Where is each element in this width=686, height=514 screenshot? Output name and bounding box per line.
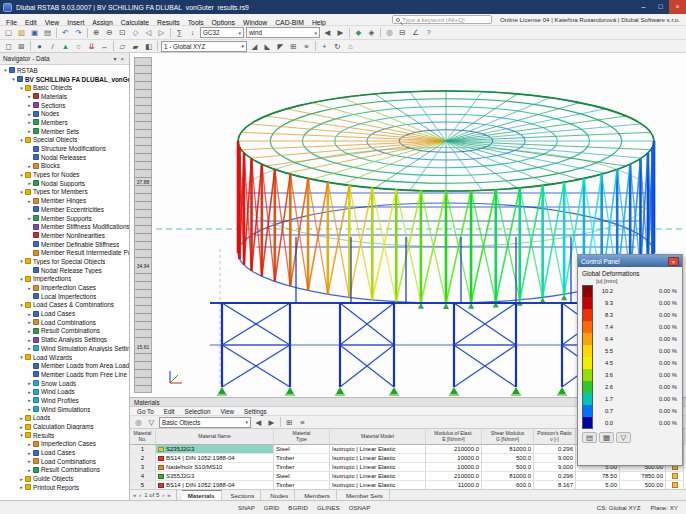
pan-view-icon[interactable]: + <box>318 41 331 52</box>
tree-expander-icon[interactable]: ▸ <box>26 285 33 291</box>
tree-item-member-hinges[interactable]: ▸Member Hinges <box>0 196 129 205</box>
zoom-out-icon[interactable]: ⊖ <box>103 27 116 38</box>
navigator-pin-icon[interactable]: ▾ <box>111 55 118 62</box>
tree-item-types-for-nodes[interactable]: ▾Types for Nodes <box>0 170 129 179</box>
tree-expander-icon[interactable]: ▾ <box>18 432 25 438</box>
tree-expander-icon[interactable]: ▸ <box>26 93 33 99</box>
panel-color-scale-tab-icon[interactable]: ▤ <box>582 432 597 443</box>
tree-item-wind-simulation-analysis-settings[interactable]: ▸Wind Simulation Analysis Settings <box>0 344 129 353</box>
previous-load-case-icon[interactable]: ◀ <box>321 27 334 38</box>
solid-display-icon[interactable]: ▰ <box>129 41 142 52</box>
tree-item-load-combinations[interactable]: ▸Load Combinations <box>0 457 129 466</box>
status-toggle-bgrid[interactable]: BGRID <box>288 504 308 511</box>
tree-item-imperfections[interactable]: ▾Imperfections <box>0 275 129 284</box>
tree-item-nodal-release-types[interactable]: Nodal Release Types <box>0 266 129 275</box>
save-icon[interactable]: ▣ <box>28 27 41 38</box>
load-case-combo[interactable]: GC32▾ <box>200 27 244 38</box>
tree-expander-icon[interactable]: ▸ <box>26 380 33 386</box>
rendering-icon[interactable]: ◧ <box>142 41 155 52</box>
new-member-icon[interactable]: / <box>46 41 59 52</box>
table-menu-edit[interactable]: Edit <box>159 408 180 415</box>
tree-expander-icon[interactable]: ▸ <box>26 128 33 134</box>
tree-item-load-cases-combinations[interactable]: ▾Load Cases & Combinations <box>0 301 129 310</box>
show-results-icon[interactable]: ◆ <box>352 27 365 38</box>
tree-item-member-nonlinearities[interactable]: Member Nonlinearities <box>0 231 129 240</box>
menu-results[interactable]: Results <box>153 19 184 26</box>
tree-item-nodal-supports[interactable]: ▸Nodal Supports <box>0 179 129 188</box>
tree-item-rstab[interactable]: ▾RSTAB <box>0 66 129 75</box>
visibilities-icon[interactable]: ◎ <box>383 27 396 38</box>
menu-view[interactable]: View <box>41 19 64 26</box>
tree-item-materials[interactable]: ▸Materials <box>0 92 129 101</box>
status-toggle-grid[interactable]: GRID <box>264 504 279 511</box>
previous-page-button[interactable]: ‹ <box>139 492 141 498</box>
tree-expander-icon[interactable]: ▾ <box>2 67 9 73</box>
undo-icon[interactable]: ↶ <box>59 27 72 38</box>
member-hinge-icon[interactable]: ○ <box>72 41 85 52</box>
next-load-case-icon[interactable]: ▶ <box>334 27 347 38</box>
dimension-icon[interactable]: ↔ <box>98 41 111 52</box>
close-button[interactable]: × <box>669 0 686 14</box>
print-icon[interactable]: ▤ <box>41 27 54 38</box>
status-toggle-snap[interactable]: SNAP <box>238 504 255 511</box>
tree-item-nodal-releases[interactable]: Nodal Releases <box>0 153 129 162</box>
plane-xy-icon[interactable]: ◢ <box>248 41 261 52</box>
minimize-button[interactable]: – <box>635 0 652 14</box>
tree-item-imperfection-cases[interactable]: ▸Imperfection Cases <box>0 440 129 449</box>
tree-item-types-for-special-objects[interactable]: ▾Types for Special Objects <box>0 257 129 266</box>
control-panel-titlebar[interactable]: Control Panel × <box>578 255 682 267</box>
menu-calculate[interactable]: Calculate <box>117 19 153 26</box>
tree-item-member-result-intermediate-points[interactable]: Member Result Intermediate Points <box>0 248 129 257</box>
zoom-in-icon[interactable]: ⊕ <box>90 27 103 38</box>
status-toggle-osnap[interactable]: OSNAP <box>349 504 371 511</box>
tree-expander-icon[interactable]: ▾ <box>18 354 25 360</box>
table-menu-settings[interactable]: Settings <box>239 408 272 415</box>
tree-expander-icon[interactable]: ▸ <box>18 484 25 490</box>
tree-expander-icon[interactable]: ▾ <box>18 258 25 264</box>
menu-file[interactable]: File <box>2 19 21 26</box>
option-checkbox[interactable] <box>672 473 678 479</box>
tree-item-member-loads-from-area-load[interactable]: Member Loads from Area Load <box>0 361 129 370</box>
table-menu-selection[interactable]: Selection <box>180 408 216 415</box>
tree-item-wind-loads[interactable]: ▸Wind Loads <box>0 387 129 396</box>
tree-item-sections[interactable]: ▸Sections <box>0 101 129 110</box>
result-values-icon[interactable]: ◈ <box>365 27 378 38</box>
tree-item-guide-objects[interactable]: ▸Guide Objects <box>0 474 129 483</box>
table-next-icon[interactable]: ▶ <box>265 417 278 428</box>
tree-expander-icon[interactable]: ▸ <box>26 345 33 351</box>
tree-item-load-cases[interactable]: ▸Load Cases <box>0 309 129 318</box>
help-icon[interactable]: ? <box>422 27 435 38</box>
tree-item-member-eccentricities[interactable]: Member Eccentricities <box>0 205 129 214</box>
tree-expander-icon[interactable]: ▾ <box>18 302 25 308</box>
tree-item-load-wizards[interactable]: ▾Load Wizards <box>0 353 129 362</box>
tree-item-load-cases[interactable]: ▸Load Cases <box>0 448 129 457</box>
navigator-close-icon[interactable]: × <box>118 56 126 62</box>
table-tab-sections[interactable]: Sections <box>225 490 262 501</box>
option-checkbox[interactable] <box>672 482 678 488</box>
tree-expander-icon[interactable]: ▸ <box>26 450 33 456</box>
tree-expander-icon[interactable]: ▸ <box>26 337 33 343</box>
tree-expander-icon[interactable]: ▾ <box>10 76 17 82</box>
control-panel-close-button[interactable]: × <box>668 257 679 266</box>
rotate-view-icon[interactable]: ↻ <box>331 41 344 52</box>
tree-expander-icon[interactable]: ▾ <box>18 276 25 282</box>
tree-expander-icon[interactable]: ▸ <box>26 328 33 334</box>
measure-icon[interactable]: ∠ <box>409 27 422 38</box>
tree-item-member-definable-stiffness[interactable]: Member Definable Stiffness <box>0 240 129 249</box>
calculate-icon[interactable]: ∑ <box>173 27 186 38</box>
table-category-combo[interactable]: Basic Objects▾ <box>159 417 251 428</box>
menu-insert[interactable]: Insert <box>63 19 88 26</box>
tree-item-printout-reports[interactable]: ▸Printout Reports <box>0 483 129 492</box>
next-view-icon[interactable]: ▷ <box>155 27 168 38</box>
zoom-window-icon[interactable]: ⊡ <box>116 27 129 38</box>
table-export-icon[interactable]: ⊞ <box>283 417 296 428</box>
table-menu-go-to[interactable]: Go To <box>132 408 159 415</box>
tree-expander-icon[interactable]: ▸ <box>26 215 33 221</box>
wireframe-display-icon[interactable]: ▱ <box>116 41 129 52</box>
select-pointer-icon[interactable]: ◻ <box>2 41 15 52</box>
tree-item-member-supports[interactable]: ▸Member Supports <box>0 214 129 223</box>
tree-item-nodes[interactable]: ▸Nodes <box>0 109 129 118</box>
tree-item-loads[interactable]: ▸Loads <box>0 414 129 423</box>
tree-item-snow-loads[interactable]: ▸Snow Loads <box>0 379 129 388</box>
status-toggle-glines[interactable]: GLINES <box>317 504 340 511</box>
